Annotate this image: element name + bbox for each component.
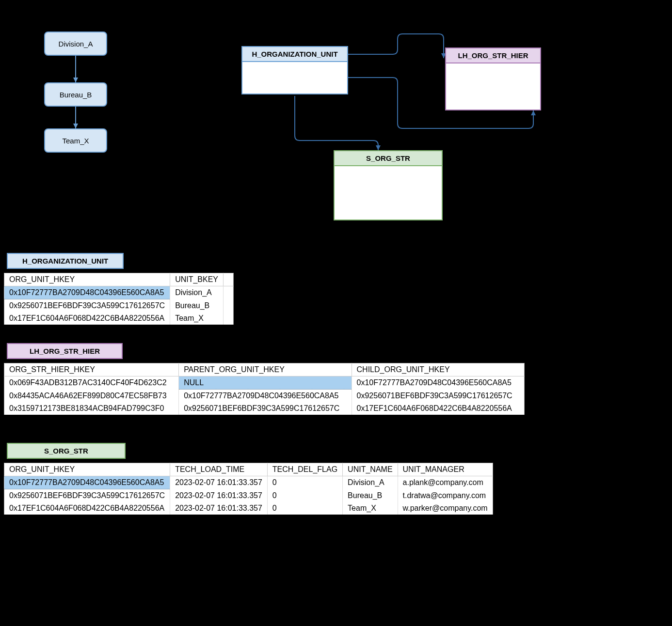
col-header: ORG_UNIT_HKEY	[4, 273, 170, 286]
cell: w.parker@company.com	[398, 502, 493, 515]
entity-header: S_ORG_STR	[335, 151, 442, 166]
table-header-row: ORG_UNIT_HKEY UNIT_BKEY	[4, 273, 234, 286]
table-section-lh-org: LH_ORG_STR_HIER ORG_STR_HIER_HKEY PARENT…	[4, 343, 525, 415]
table-section-h-org: H_ORGANIZATION_UNIT ORG_UNIT_HKEY UNIT_B…	[4, 253, 234, 325]
cell: Division_A	[343, 476, 398, 489]
cell: 2023-02-07 16:01:33.357	[170, 502, 268, 515]
cell: 0x069F43ADB312B7AC3140CF40F4D623C2	[4, 376, 179, 390]
cell: t.dratwa@company.com	[398, 489, 493, 502]
table-row: 0x069F43ADB312B7AC3140CF40F4D623C2 NULL …	[4, 376, 525, 390]
entity-body	[335, 166, 442, 219]
cell: Bureau_B	[170, 299, 224, 313]
node-label: Team_X	[62, 137, 89, 145]
table-header-row: ORG_UNIT_HKEY TECH_LOAD_TIME TECH_DEL_FL…	[4, 463, 493, 476]
entity-h-organization-unit: H_ORGANIZATION_UNIT	[241, 46, 348, 94]
table-section-s-org: S_ORG_STR ORG_UNIT_HKEY TECH_LOAD_TIME T…	[4, 443, 493, 515]
cell: 0x9256071BEF6BDF39C3A599C17612657C	[179, 402, 352, 415]
table-h-org: ORG_UNIT_HKEY UNIT_BKEY 0x10F72777BA2709…	[4, 273, 234, 325]
entity-body	[446, 63, 540, 110]
table-row: 0x10F72777BA2709D48C04396E560CA8A5 2023-…	[4, 476, 493, 489]
col-header: ORG_STR_HIER_HKEY	[4, 363, 179, 376]
svg-marker-1	[73, 78, 78, 82]
cell: 0x10F72777BA2709D48C04396E560CA8A5	[4, 476, 170, 489]
entity-s-org-str: S_ORG_STR	[334, 150, 443, 220]
cell	[224, 286, 234, 299]
node-label: Division_A	[59, 40, 93, 48]
col-header: UNIT_MANAGER	[398, 463, 493, 476]
col-header: TECH_LOAD_TIME	[170, 463, 268, 476]
table-row: 0x9256071BEF6BDF39C3A599C17612657C Burea…	[4, 299, 234, 313]
cell: Bureau_B	[343, 489, 398, 502]
table-row: 0x3159712173BE81834ACB94FAD799C3F0 0x925…	[4, 402, 525, 415]
cell: 0x10F72777BA2709D48C04396E560CA8A5	[4, 286, 170, 299]
cell: Team_X	[343, 502, 398, 515]
cell: 0x10F72777BA2709D48C04396E560CA8A5	[352, 376, 524, 390]
table-label: S_ORG_STR	[7, 443, 126, 459]
cell: 0x17EF1C604A6F068D422C6B4A8220556A	[352, 402, 524, 415]
entity-body	[242, 62, 347, 94]
table-s-org: ORG_UNIT_HKEY TECH_LOAD_TIME TECH_DEL_FL…	[4, 463, 493, 515]
col-header: PARENT_ORG_UNIT_HKEY	[179, 363, 352, 376]
cell: 0	[267, 489, 342, 502]
node-division-a: Division_A	[44, 31, 107, 56]
cell: a.plank@company.com	[398, 476, 493, 489]
col-header: ORG_UNIT_HKEY	[4, 463, 170, 476]
cell: 0x9256071BEF6BDF39C3A599C17612657C	[4, 299, 170, 313]
cell: 0x10F72777BA2709D48C04396E560CA8A5	[179, 390, 352, 403]
cell: 0x17EF1C604A6F068D422C6B4A8220556A	[4, 312, 170, 325]
cell: NULL	[179, 376, 352, 390]
svg-marker-5	[531, 110, 536, 115]
table-row: 0x17EF1C604A6F068D422C6B4A8220556A 2023-…	[4, 502, 493, 515]
table-row: 0x17EF1C604A6F068D422C6B4A8220556A Team_…	[4, 312, 234, 325]
entity-header: H_ORGANIZATION_UNIT	[242, 47, 347, 62]
cell	[224, 299, 234, 313]
cell: 0x9256071BEF6BDF39C3A599C17612657C	[4, 489, 170, 502]
svg-marker-3	[73, 124, 78, 128]
table-label: H_ORGANIZATION_UNIT	[7, 253, 124, 269]
col-spacer	[224, 273, 234, 286]
col-header: TECH_DEL_FLAG	[267, 463, 342, 476]
entity-lh-org-str-hier: LH_ORG_STR_HIER	[445, 47, 541, 110]
cell: 0x17EF1C604A6F068D422C6B4A8220556A	[4, 502, 170, 515]
cell: 0x9256071BEF6BDF39C3A599C17612657C	[352, 390, 524, 403]
entity-header: LH_ORG_STR_HIER	[446, 48, 540, 63]
table-row: 0x9256071BEF6BDF39C3A599C17612657C 2023-…	[4, 489, 493, 502]
cell: Team_X	[170, 312, 224, 325]
table-lh-org: ORG_STR_HIER_HKEY PARENT_ORG_UNIT_HKEY C…	[4, 363, 525, 415]
cell: 2023-02-07 16:01:33.357	[170, 476, 268, 489]
table-row: 0x10F72777BA2709D48C04396E560CA8A5 Divis…	[4, 286, 234, 299]
cell: 0x3159712173BE81834ACB94FAD799C3F0	[4, 402, 179, 415]
node-team-x: Team_X	[44, 128, 107, 153]
cell: 2023-02-07 16:01:33.357	[170, 489, 268, 502]
col-header: UNIT_NAME	[343, 463, 398, 476]
cell: 0x84435ACA46A62EF899D80C47EC58FB73	[4, 390, 179, 403]
node-bureau-b: Bureau_B	[44, 82, 107, 107]
cell: 0	[267, 476, 342, 489]
table-row: 0x84435ACA46A62EF899D80C47EC58FB73 0x10F…	[4, 390, 525, 403]
col-header: CHILD_ORG_UNIT_HKEY	[352, 363, 524, 376]
node-label: Bureau_B	[60, 91, 92, 99]
svg-marker-6	[376, 145, 381, 150]
cell: 0	[267, 502, 342, 515]
table-header-row: ORG_STR_HIER_HKEY PARENT_ORG_UNIT_HKEY C…	[4, 363, 525, 376]
diagram-canvas: Division_A Bureau_B Team_X H_ORGANIZATIO…	[0, 29, 672, 233]
cell	[224, 312, 234, 325]
table-label: LH_ORG_STR_HIER	[7, 343, 123, 359]
col-header: UNIT_BKEY	[170, 273, 224, 286]
cell: Division_A	[170, 286, 224, 299]
